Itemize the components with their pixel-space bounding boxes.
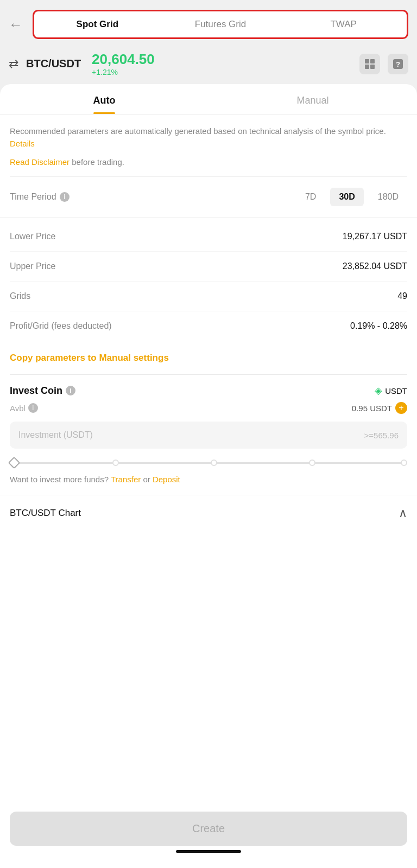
swap-icon: ⇄ [9, 57, 18, 71]
main-card: Auto Manual Recommended parameters are a… [0, 84, 417, 844]
top-nav: ← Spot Grid Futures Grid TWAP [0, 0, 417, 46]
details-link[interactable]: Details [10, 139, 35, 148]
description-text: Recommended parameters are automatically… [0, 114, 417, 153]
svg-rect-2 [365, 65, 369, 69]
tab-auto[interactable]: Auto [0, 84, 208, 114]
avbl-label: Avbl i [10, 403, 38, 413]
slider-dot-3[interactable] [309, 459, 315, 466]
grid-icon[interactable] [359, 54, 380, 74]
header-icons: ? [359, 54, 408, 74]
price-info: 20,604.50 +1.21% [92, 51, 155, 76]
param-grids: Grids 49 [10, 282, 407, 311]
disclaimer-link[interactable]: Read Disclaimer [10, 157, 70, 167]
profit-grid-value: 0.19% - 0.28% [350, 321, 407, 331]
upper-price-label: Upper Price [10, 261, 343, 271]
lower-price-label: Lower Price [10, 232, 343, 241]
investment-input-placeholder: Investment (USDT) [18, 430, 364, 440]
grids-value: 49 [397, 291, 407, 301]
lower-price-value: 19,267.17 USDT [343, 232, 407, 241]
time-period-info-icon[interactable]: i [60, 192, 70, 202]
usdt-badge: ◈ USDT [375, 385, 407, 397]
invest-section: Invest Coin i ◈ USDT Avbl i 0.95 USDT + … [0, 375, 417, 449]
create-button[interactable]: Create [10, 812, 407, 846]
slider-dot-4[interactable] [401, 459, 407, 466]
tab-twap[interactable]: TWAP [282, 14, 405, 35]
chart-label: BTC/USDT Chart [10, 508, 81, 519]
price-change: +1.21% [92, 68, 155, 76]
chart-chevron-icon[interactable]: ∧ [399, 506, 407, 520]
upper-price-value: 23,852.04 USDT [343, 261, 407, 271]
slider-track[interactable] [14, 462, 407, 464]
svg-rect-1 [370, 59, 375, 63]
home-indicator [176, 850, 241, 853]
params-section: Lower Price 19,267.17 USDT Upper Price 2… [0, 218, 417, 345]
avbl-row: Avbl i 0.95 USDT + [10, 402, 407, 414]
slider-dot-1[interactable] [112, 459, 119, 466]
time-period-label: Time Period i [10, 192, 291, 202]
auto-manual-tabs: Auto Manual [0, 84, 417, 114]
funds-row: Want to invest more funds? Transfer or D… [0, 475, 417, 495]
param-lower-price: Lower Price 19,267.17 USDT [10, 222, 407, 252]
time-period-row: Time Period i 7D 30D 180D [0, 177, 417, 217]
back-button[interactable]: ← [9, 16, 23, 33]
svg-rect-0 [365, 59, 369, 63]
tab-manual[interactable]: Manual [208, 84, 417, 114]
copy-params-link[interactable]: Copy parameters to Manual settings [0, 345, 417, 374]
slider-row[interactable] [0, 458, 417, 475]
slider-dot-2[interactable] [211, 459, 217, 466]
add-funds-icon[interactable]: + [395, 402, 407, 414]
grids-label: Grids [10, 291, 397, 301]
tab-futures-grid[interactable]: Futures Grid [160, 14, 282, 35]
transfer-link[interactable]: Transfer [111, 475, 141, 484]
time-period-30d[interactable]: 30D [330, 188, 363, 206]
investment-input-hint: >=565.96 [364, 431, 399, 440]
pair-label: BTC/USDT [26, 58, 81, 70]
avbl-info-icon[interactable]: i [28, 403, 38, 413]
price-header: ⇄ BTC/USDT 20,604.50 +1.21% ? [0, 46, 417, 84]
time-period-7d[interactable]: 7D [296, 188, 325, 206]
invest-info-icon[interactable]: i [66, 386, 75, 395]
investment-input-row[interactable]: Investment (USDT) >=565.96 [10, 422, 407, 449]
svg-rect-3 [370, 65, 375, 69]
tab-spot-grid[interactable]: Spot Grid [36, 14, 159, 35]
main-tab-bar: Spot Grid Futures Grid TWAP [33, 10, 408, 39]
time-period-180d[interactable]: 180D [369, 188, 407, 206]
invest-header: Invest Coin i ◈ USDT [10, 385, 407, 397]
param-profit-grid: Profit/Grid (fees deducted) 0.19% - 0.28… [10, 311, 407, 341]
deposit-link[interactable]: Deposit [153, 475, 180, 484]
diamond-icon: ◈ [375, 385, 382, 397]
avbl-value: 0.95 USDT + [352, 402, 407, 414]
disclaimer-row: Read Disclaimer before trading. [0, 153, 417, 176]
svg-text:?: ? [396, 60, 400, 68]
help-icon[interactable]: ? [388, 54, 408, 74]
create-btn-container: Create [0, 805, 417, 868]
price-value: 20,604.50 [92, 51, 155, 68]
param-upper-price: Upper Price 23,852.04 USDT [10, 252, 407, 282]
profit-grid-label: Profit/Grid (fees deducted) [10, 321, 350, 331]
slider-thumb[interactable] [8, 457, 21, 469]
invest-title: Invest Coin i [10, 385, 75, 397]
chart-row: BTC/USDT Chart ∧ [0, 495, 417, 531]
